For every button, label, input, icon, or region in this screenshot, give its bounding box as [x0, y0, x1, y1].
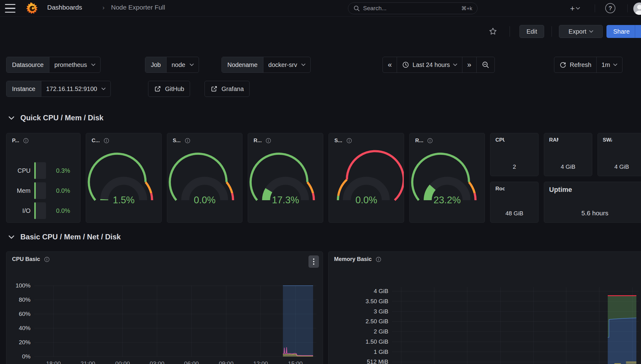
gauge-svg: 0.0%	[329, 149, 404, 215]
stat-title: SWAP Total	[603, 137, 612, 143]
y-axis-tick: 2.50 GiB	[329, 318, 388, 325]
nav-divider	[627, 4, 628, 12]
gauge-arc	[428, 187, 433, 200]
pressure-cpu-bar	[34, 162, 46, 179]
pressure-cpu-label: CPU	[6, 167, 31, 174]
menu-icon[interactable]	[5, 4, 15, 13]
x-axis-tick: 06:00	[179, 360, 204, 364]
info-icon[interactable]	[427, 138, 433, 144]
grafana-link-button[interactable]: Grafana	[205, 81, 250, 97]
chevron-down-icon	[589, 30, 593, 33]
chevron-down-icon	[613, 64, 617, 66]
external-link-icon	[154, 85, 161, 93]
export-button[interactable]: Export	[559, 25, 603, 38]
panel-gauge-ram-used: R... 17.3%	[248, 133, 323, 223]
y-axis-tick: 80%	[6, 296, 31, 303]
breadcrumb-dashboards[interactable]: Dashboards	[47, 4, 82, 11]
var-instance-select[interactable]: 172.16.11.52:9100	[41, 81, 110, 97]
time-range-picker[interactable]: Last 24 hours	[397, 57, 462, 72]
y-axis-tick: 3 GiB	[329, 308, 388, 315]
x-axis-tick: 09:00	[214, 360, 238, 364]
var-instance: Instance 172.16.11.52:9100	[6, 81, 111, 97]
share-button[interactable]: Share	[606, 25, 641, 38]
info-icon[interactable]	[23, 138, 29, 144]
y-axis-tick: 4 GiB	[329, 288, 388, 295]
x-axis-tick: 18:00	[41, 360, 66, 364]
zoom-out-icon	[482, 61, 490, 69]
memory-basic-chart[interactable]: 4 GiB3.50 GiB3 GiB2.50 GiB2 GiB1.50 GiB1…	[329, 252, 641, 364]
var-job-label: Job	[145, 57, 167, 72]
gauge-arc	[347, 151, 404, 200]
var-datasource-select[interactable]: prometheus	[49, 57, 100, 72]
search-input[interactable]: Search... ⌘+k	[348, 2, 478, 14]
stat-value: 48 GiB	[490, 210, 538, 217]
github-link-label: GitHub	[165, 85, 184, 93]
x-axis-tick: 12:00	[248, 360, 273, 364]
info-icon[interactable]	[184, 138, 191, 144]
gauge-svg: 23.2%	[410, 149, 485, 215]
panel-gauge-cpu-busy: C... 1.5%	[86, 133, 162, 223]
info-icon[interactable]	[346, 138, 352, 144]
var-job-select[interactable]: node	[167, 57, 199, 72]
chevron-down-icon	[453, 64, 457, 66]
avatar[interactable]	[633, 2, 641, 15]
gauge-svg: 1.5%	[86, 149, 161, 215]
gauge-title: C...	[92, 138, 100, 144]
github-link-button[interactable]: GitHub	[148, 81, 190, 97]
star-button[interactable]	[486, 25, 500, 38]
chevron-down-icon	[190, 64, 194, 66]
pressure-io-bar	[34, 202, 46, 219]
help-icon[interactable]: ?	[605, 3, 615, 13]
var-nodename-select[interactable]: docker-srv	[263, 57, 310, 72]
gauge-arc	[475, 193, 476, 200]
var-nodename: Nodename docker-srv	[221, 57, 311, 73]
y-axis-tick: 0%	[6, 353, 31, 360]
panel-stat-swap-total: SWAP Total 4 GiB	[598, 133, 641, 176]
time-shift-back-button[interactable]: «	[383, 57, 397, 72]
cpu-basic-plot	[6, 252, 320, 364]
y-axis-tick: 40%	[6, 325, 31, 332]
edit-label: Edit	[527, 28, 537, 35]
gauge-value: 23.2%	[434, 195, 461, 205]
panel-stat-cpu-cores: CPU Cores 2	[490, 133, 539, 176]
gauge-arc	[170, 154, 226, 200]
chevron-down-icon	[9, 235, 14, 239]
gauge-arc	[307, 182, 313, 193]
nav-divider	[595, 4, 595, 12]
refresh-button[interactable]: Refresh	[554, 57, 596, 72]
search-placeholder: Search...	[363, 5, 458, 12]
var-job: Job node	[145, 57, 199, 73]
panel-memory-basic: Memory Basic 4 GiB3.50 GiB3 GiB2.50 GiB2…	[328, 251, 641, 364]
user-icon	[633, 2, 641, 15]
info-icon[interactable]	[265, 138, 271, 144]
top-nav: Dashboards › Node Exporter Full Search..…	[0, 0, 641, 17]
pressure-mem-label: Mem	[6, 187, 31, 194]
y-axis-tick: 512 MiB	[329, 358, 388, 364]
gauge-arc	[412, 154, 469, 200]
info-icon[interactable]	[103, 138, 110, 144]
time-shift-forward-button[interactable]: »	[462, 57, 476, 72]
zoom-out-button[interactable]	[476, 57, 494, 72]
cpu-basic-chart[interactable]: 100%80%60%40%20%0%18:0021:0000:0003:0006…	[6, 252, 323, 364]
refresh-icon	[559, 61, 567, 68]
time-range-label: Last 24 hours	[412, 61, 450, 68]
x-axis-tick: 15:00	[283, 360, 308, 364]
pressure-row-io: I/O 0.0%	[6, 202, 80, 219]
panel-cpu-basic: CPU Basic 100%80%60%40%20%0%18:0021:0000…	[6, 251, 323, 364]
panel-pressure-title: P...	[12, 138, 19, 144]
edit-button[interactable]: Edit	[519, 25, 544, 38]
gauge-arc	[151, 193, 152, 200]
section-basic-cpu-mem-net-disk[interactable]: Basic CPU / Mem / Net / Disk	[9, 233, 121, 241]
var-nodename-value: docker-srv	[268, 61, 297, 68]
section-quick-cpu-mem-disk[interactable]: Quick CPU / Mem / Disk	[9, 114, 103, 122]
grafana-logo-icon[interactable]	[26, 2, 38, 14]
pressure-mem-bar	[34, 182, 46, 199]
pressure-io-label: I/O	[6, 207, 31, 214]
new-button[interactable]: +	[570, 3, 580, 14]
gauge-arc	[469, 182, 474, 193]
refresh-interval-select[interactable]: 1m	[596, 57, 622, 72]
var-instance-label: Instance	[6, 81, 41, 97]
gauge-cpu-busy: 1.5%	[86, 149, 161, 215]
var-datasource-value: prometheus	[54, 61, 87, 68]
time-range-controls: « Last 24 hours »	[383, 57, 495, 73]
